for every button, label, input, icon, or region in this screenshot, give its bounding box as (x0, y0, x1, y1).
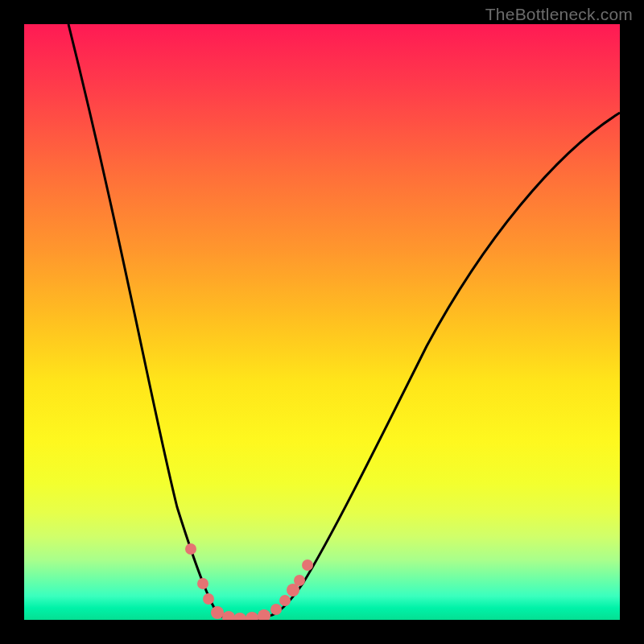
data-marker (233, 613, 246, 620)
data-marker (246, 612, 258, 620)
data-marker (197, 578, 208, 589)
data-marker (279, 595, 291, 606)
data-marker (294, 575, 305, 586)
data-marker (302, 559, 313, 571)
data-marker (270, 604, 282, 615)
data-marker (203, 593, 214, 605)
chart-svg (24, 24, 620, 620)
data-marker (258, 609, 270, 620)
watermark-text: TheBottleneck.com (485, 5, 633, 24)
data-marker (185, 543, 196, 555)
data-marker (222, 611, 235, 620)
bottleneck-curve (68, 24, 620, 619)
chart-frame: TheBottleneck.com (0, 0, 644, 644)
data-marker (211, 606, 224, 619)
plot-area (24, 24, 620, 620)
curve-layer (24, 24, 620, 620)
